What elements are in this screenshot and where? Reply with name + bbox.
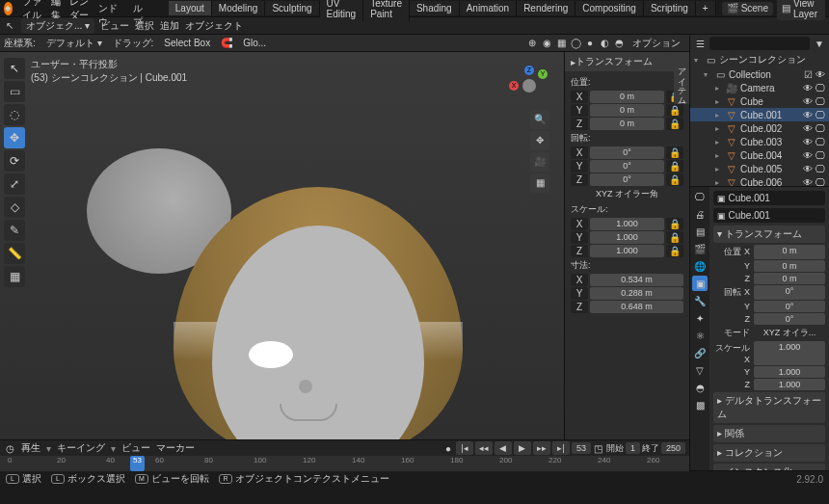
snap-icon[interactable]: 🧲	[221, 38, 232, 49]
pan-icon[interactable]: ✥	[530, 131, 549, 150]
np-loc-Z[interactable]: 0 m	[590, 118, 664, 130]
p-loc-Y[interactable]: 0 m	[754, 260, 825, 272]
playhead[interactable]: 53	[130, 456, 145, 471]
scene-picker[interactable]: 🎬Scene	[722, 2, 773, 15]
disable-icon[interactable]: 🖵	[816, 96, 825, 107]
jump-start-icon[interactable]: |◂	[456, 441, 473, 455]
eye-icon[interactable]: 👁	[803, 177, 813, 188]
outliner-search[interactable]	[709, 37, 810, 50]
np-dim-X[interactable]: 0.534 m	[590, 274, 683, 286]
prop-panel[interactable]: ▸ 関係	[713, 425, 825, 442]
np-loc-X[interactable]: 0 m	[590, 91, 664, 103]
lock-icon[interactable]: 🔒	[666, 104, 683, 117]
outliner-item[interactable]: ▸▽Cube👁🖵	[690, 94, 829, 108]
tab-modifier-icon[interactable]: 🔧	[692, 293, 708, 308]
p-rot-X[interactable]: 0°	[754, 285, 825, 300]
np-scale-Z[interactable]: 1.000	[590, 245, 664, 257]
nav-gizmo[interactable]: X Y Z	[509, 66, 549, 106]
clock-icon[interactable]: ◷	[4, 442, 15, 454]
rot-mode[interactable]: XYZ オイラー角	[571, 187, 683, 201]
shade-wire-icon[interactable]: ◯	[570, 38, 581, 49]
lock-icon[interactable]: 🔒	[666, 245, 683, 257]
gizmo-icon[interactable]: ⊕	[526, 38, 538, 49]
tl-marker[interactable]: マーカー	[156, 441, 195, 455]
workspace-tab-texture-paint[interactable]: Texture Paint	[363, 0, 410, 21]
prop-panel[interactable]: ▸ インスタンス化	[713, 464, 825, 470]
tl-playback[interactable]: 再生	[21, 441, 40, 455]
lock-icon[interactable]: 🔒	[666, 173, 683, 186]
current-frame[interactable]: 53	[572, 442, 591, 454]
np-rot-Y[interactable]: 0°	[590, 160, 664, 172]
tool-measure[interactable]: 📏	[4, 243, 25, 264]
tool-scale[interactable]: ⤢	[4, 173, 25, 195]
snap-dropdown[interactable]: Glo...	[238, 37, 271, 49]
outliner-item[interactable]: ▸▽Cube.005👁🖵	[690, 162, 829, 175]
panel-transform[interactable]: ▾ トランスフォーム	[713, 225, 825, 243]
overlay-icon[interactable]: ◉	[541, 38, 552, 49]
tab-world-icon[interactable]: 🌐	[692, 258, 708, 274]
lock-icon[interactable]: 🔒	[666, 231, 683, 244]
p-scale-Y[interactable]: 1.000	[754, 366, 825, 378]
eye-icon[interactable]: 👁	[803, 123, 813, 134]
tab-constraint-icon[interactable]: 🔗	[692, 345, 708, 360]
np-loc-Y[interactable]: 0 m	[590, 104, 664, 117]
eye-icon[interactable]: 👁	[803, 96, 813, 107]
filter-icon[interactable]: ▼	[814, 38, 825, 49]
persp-icon[interactable]: ▦	[530, 173, 549, 193]
outliner-item[interactable]: ▸▽Cube.002👁🖵	[690, 121, 829, 135]
zoom-icon[interactable]: 🔍	[530, 110, 549, 129]
jump-end-icon[interactable]: ▸|	[552, 441, 570, 455]
options-dropdown[interactable]: オプション	[628, 36, 685, 51]
start-frame[interactable]: 1	[626, 442, 640, 454]
shade-solid-icon[interactable]: ●	[584, 38, 596, 49]
workspace-tab-shading[interactable]: Shading	[410, 1, 460, 15]
np-rot-Z[interactable]: 0°	[590, 173, 664, 186]
prop-breadcrumb[interactable]: ▣ Cube.001	[713, 191, 825, 205]
p-rot-Y[interactable]: 0°	[754, 301, 825, 312]
end-frame[interactable]: 250	[661, 442, 685, 454]
p-scale-Z[interactable]: 1.000	[754, 379, 825, 390]
disable-icon[interactable]: 🖵	[816, 177, 825, 188]
disable-icon[interactable]: 🖵	[816, 123, 825, 134]
prev-key-icon[interactable]: ◂◂	[475, 441, 493, 455]
play-icon[interactable]: ▶	[514, 441, 531, 455]
disable-icon[interactable]: 🖵	[816, 110, 825, 120]
outliner-item[interactable]: ▸▽Cube.004👁🖵	[690, 148, 829, 162]
shade-matprev-icon[interactable]: ◐	[599, 38, 610, 49]
viewlayer-picker[interactable]: ▤View Layer	[777, 0, 825, 20]
eye-icon[interactable]: 👁	[803, 137, 813, 147]
tab-viewlayer-icon[interactable]: ▤	[692, 224, 708, 239]
np-dim-Y[interactable]: 0.288 m	[590, 287, 683, 300]
workspace-tab-sculpting[interactable]: Sculpting	[265, 1, 319, 15]
p-rot-Z[interactable]: 0°	[754, 313, 825, 325]
tool-lasso[interactable]: ◌	[4, 104, 25, 125]
prop-panel[interactable]: ▸ コレクション	[713, 444, 825, 462]
workspace-tab-layout[interactable]: Layout	[169, 1, 212, 15]
orient-dropdown[interactable]: デフォルト ▾	[41, 36, 107, 51]
timeline-track[interactable]: 53 020406080100120140160180200220240260	[0, 456, 689, 471]
tool-cursor[interactable]: ↖	[4, 58, 25, 79]
outliner-item[interactable]: ▸🎥Camera👁🖵	[690, 81, 829, 94]
p-loc-Z[interactable]: 0 m	[754, 273, 825, 284]
outliner-item[interactable]: ▸▽Cube.003👁🖵	[690, 135, 829, 148]
npanel-header[interactable]: ▸ トランスフォーム	[565, 52, 689, 71]
outliner-root[interactable]: ▾▭シーンコレクション	[690, 52, 829, 67]
prop-datablock[interactable]: ▣ Cube.001	[713, 208, 825, 223]
eye-icon[interactable]: 👁	[803, 164, 813, 174]
hdr-add[interactable]: 追加	[160, 19, 179, 33]
tl-keying[interactable]: キーイング	[57, 441, 105, 455]
tab-render-icon[interactable]: 🖵	[692, 189, 708, 204]
workspace-tab-modeling[interactable]: Modeling	[212, 1, 266, 15]
lock-icon[interactable]: 🔒	[666, 118, 683, 130]
np-scale-X[interactable]: 1.000	[590, 218, 664, 230]
tool-move[interactable]: ✥	[4, 127, 25, 148]
play-rev-icon[interactable]: ◀	[495, 441, 512, 455]
disable-icon[interactable]: 🖵	[816, 83, 825, 93]
rot-mode-value[interactable]: XYZ オイラ...	[754, 326, 825, 340]
p-scale-X[interactable]: 1.000	[754, 341, 825, 365]
p-loc-X[interactable]: 0 m	[754, 245, 825, 259]
tab-texture-icon[interactable]: ▩	[692, 397, 708, 412]
tool-rotate[interactable]: ⟳	[4, 150, 25, 172]
tool-add[interactable]: ▦	[4, 266, 25, 287]
disable-icon[interactable]: 🖵	[816, 164, 825, 174]
